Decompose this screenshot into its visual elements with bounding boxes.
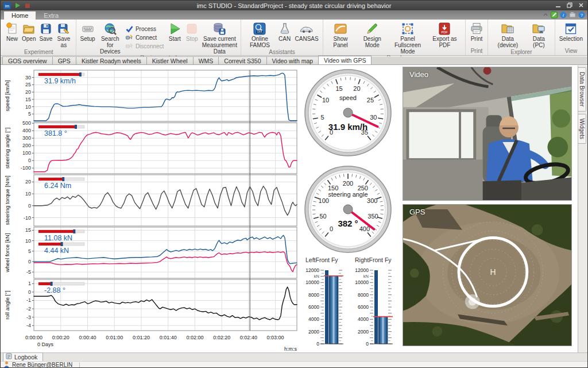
tab-data-browser[interactable]: Data Browser	[578, 67, 586, 112]
ribbon-button-save-current-measurement-data[interactable]: Save current Measurement Data	[200, 21, 238, 55]
readout-bar	[38, 230, 74, 233]
ribbon-button-design-mode[interactable]: Design Mode	[355, 21, 389, 55]
svg-text:0:01:20: 0:01:20	[133, 335, 150, 340]
svg-text:5: 5	[28, 248, 31, 254]
ribbon-button-stop[interactable]: Stop	[183, 21, 200, 55]
ribbon-button-connect[interactable]: Connect	[126, 34, 164, 41]
title-bar: im imc STUDIO - StandardProject - steady…	[1, 1, 587, 10]
gauge-value: 382 °	[338, 218, 358, 228]
svg-text:0: 0	[28, 203, 31, 209]
svg-text:-5: -5	[26, 269, 31, 275]
svg-text:0:01:00: 0:01:00	[106, 335, 123, 340]
restore-button[interactable]	[564, 1, 575, 9]
svg-text:20: 20	[25, 179, 31, 185]
ribbon-button-data-device[interactable]: Data (device)	[490, 21, 525, 49]
panel-tab-video-with-map[interactable]: Video with map	[266, 56, 319, 64]
panel-tab-correvit-s350[interactable]: Correvit S350	[218, 56, 266, 64]
svg-text:200: 200	[343, 180, 353, 187]
imc-logo-icon: im	[3, 2, 11, 9]
media-column: Video	[403, 67, 572, 346]
logbook-label: Logbook	[14, 354, 37, 361]
ribbon-collapse-icon[interactable]	[543, 12, 548, 18]
connect-icon	[126, 34, 133, 41]
svg-text:OFA: OFA	[257, 30, 262, 33]
ribbon-button-save-as[interactable]: Save as	[54, 21, 73, 49]
ribbon-group-label: Explorer	[488, 49, 555, 56]
y-axis-label: roll angle [°]	[4, 290, 10, 319]
svg-text:10: 10	[25, 104, 31, 110]
helipad-marker: H	[490, 267, 496, 277]
workspace-icon[interactable]	[569, 12, 576, 18]
search-devices-icon	[104, 21, 117, 36]
svg-text:50: 50	[319, 213, 326, 220]
ribbon-button-setup[interactable]: Setup	[79, 21, 97, 55]
panel-tab-gps[interactable]: GPS	[52, 56, 76, 64]
ribbon-button-online-famos[interactable]: OFAOnline FAMOS	[243, 21, 276, 49]
ribbon-button-process[interactable]: Process	[126, 25, 164, 33]
panel-tab-wms[interactable]: WMS	[193, 56, 219, 64]
ribbon-button-can[interactable]: CAN	[276, 21, 293, 49]
readout-bar	[38, 178, 63, 181]
ribbon-button-data-pc[interactable]: Data (PC)	[525, 21, 552, 49]
svg-text:12000: 12000	[355, 267, 369, 273]
y-axis-label: steering angle [°]	[4, 128, 10, 168]
svg-text:4000: 4000	[308, 316, 319, 322]
close-button[interactable]	[576, 1, 586, 9]
svg-text:-4: -4	[26, 323, 31, 328]
ribbon-group-label: View	[555, 48, 587, 55]
side-tab-strip: Data Browser Widgets	[578, 66, 587, 352]
minimize-button[interactable]	[553, 1, 563, 9]
svg-text:6000: 6000	[308, 304, 319, 310]
panel-tab-gos-overview[interactable]: GOS overview	[2, 56, 53, 64]
ribbon-button-selection[interactable]: Selection	[558, 21, 585, 48]
export-pdf-icon: PDF	[438, 21, 451, 36]
disconnect-icon	[126, 43, 133, 50]
selection-icon	[564, 21, 578, 36]
ribbon-group-label: Print	[466, 48, 488, 55]
info-icon[interactable]: i	[560, 12, 567, 18]
bar-meters: LeftFront Fy020004000600080001000012000k…	[303, 256, 400, 352]
svg-text:PDF: PDF	[442, 30, 448, 34]
help-icon[interactable]: ?	[578, 12, 585, 18]
svg-text:0: 0	[330, 225, 333, 232]
readout-value: 11.08 kN	[44, 234, 72, 242]
readout-bar	[38, 73, 80, 76]
svg-text:0: 0	[28, 158, 31, 163]
ribbon-button-disconnect[interactable]: Disconnect	[126, 43, 164, 50]
quick-start-icon[interactable]	[13, 2, 21, 9]
panel-tab-kistler-roadyn-wheels[interactable]: Kistler Roadyn wheels	[76, 56, 147, 64]
quick-stop-icon[interactable]	[24, 2, 32, 9]
panel-tab-kistler-wheel[interactable]: Kistler Wheel	[146, 56, 194, 64]
ribbon-button-panel-fullscreen-mode[interactable]: Panel Fullscreen Mode	[389, 21, 427, 55]
ribbon-button-save[interactable]: Save	[37, 21, 54, 49]
ribbon-button-search-for-devices[interactable]: Search for Devices	[97, 21, 123, 55]
ribbon-button-export-as-pdf[interactable]: PDFExport as PDF	[427, 21, 463, 55]
ribbon-button-new[interactable]: New	[4, 21, 20, 49]
speed-gauge: 05101520253035speed31.9 km/h	[303, 68, 393, 160]
svg-text:0:00:40: 0:00:40	[79, 335, 96, 340]
charts-svg: 51015202530speed [km/h]31.9 km/h-1000100…	[2, 67, 300, 352]
ribbon-button-cansas[interactable]: CANSAS	[293, 21, 320, 49]
panel-area: 51015202530speed [km/h]31.9 km/h-1000100…	[1, 66, 587, 352]
logbook-tab[interactable]: Logbook	[3, 352, 43, 361]
panel-tab-video-with-gps[interactable]: Video with GPS	[318, 56, 372, 64]
svg-text:6000: 6000	[358, 304, 369, 310]
ribbon-tab-home[interactable]: Home	[3, 11, 36, 20]
svg-text:350: 350	[368, 213, 378, 220]
ribbon-utility-icons: i ?	[543, 12, 585, 18]
app-window: im imc STUDIO - StandardProject - steady…	[0, 0, 588, 368]
tab-widgets[interactable]: Widgets	[578, 114, 586, 144]
edit-icon[interactable]	[551, 12, 558, 18]
ribbon-button-print[interactable]: Print	[468, 21, 485, 48]
ribbon-group-experiment: NewOpenSaveSave asExperiment	[2, 20, 76, 55]
ribbon-tab-extra[interactable]: Extra	[36, 12, 66, 20]
ribbon-group-assistants: OFAOnline FAMOSCANCANSASAssistants	[241, 20, 323, 55]
print-icon	[470, 21, 483, 36]
ribbon-button-open[interactable]: Open	[20, 21, 37, 49]
svg-text:-3: -3	[26, 315, 31, 320]
ribbon-button-show-panel[interactable]: Show Panel	[326, 21, 356, 55]
ribbon-tabs: HomeExtra	[3, 11, 66, 20]
svg-text:-100: -100	[21, 165, 31, 171]
fullscreen-mode-icon	[401, 21, 415, 36]
ribbon-button-start[interactable]: Start	[166, 21, 183, 55]
